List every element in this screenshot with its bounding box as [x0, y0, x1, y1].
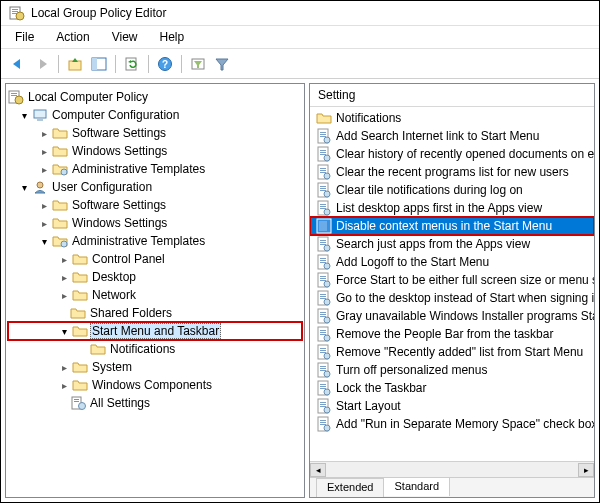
list-policy-item[interactable]: Add "Run in Separate Memory Space" check… [310, 415, 594, 433]
expander-icon[interactable]: ▸ [58, 271, 70, 283]
help-button[interactable]: ? [154, 53, 176, 75]
expander-icon[interactable]: ▾ [38, 235, 50, 247]
tree-at-wincomp[interactable]: ▸ Windows Components [8, 376, 302, 394]
list-policy-item[interactable]: Disable context menus in the Start Menu [310, 217, 594, 235]
list-folder-item[interactable]: Notifications [310, 109, 594, 127]
list-policy-item[interactable]: Clear tile notifications during log on [310, 181, 594, 199]
policy-setting-icon [316, 236, 332, 252]
tree-root[interactable]: Local Computer Policy [8, 88, 302, 106]
menu-file[interactable]: File [5, 28, 44, 46]
all-settings-icon [70, 395, 86, 411]
list-policy-item[interactable]: Clear the recent programs list for new u… [310, 163, 594, 181]
expander-icon[interactable]: ▾ [18, 109, 30, 121]
tree-label: Windows Components [90, 378, 214, 392]
window-title: Local Group Policy Editor [31, 6, 166, 20]
svg-rect-8 [126, 58, 136, 70]
show-tree-button[interactable] [88, 53, 110, 75]
scroll-right-icon[interactable]: ▸ [578, 463, 594, 477]
expander-icon[interactable]: ▾ [18, 181, 30, 193]
tree-cc-software[interactable]: ▸ Software Settings [8, 124, 302, 142]
up-level-button[interactable] [64, 53, 86, 75]
forward-button[interactable] [31, 53, 53, 75]
list-policy-item[interactable]: Turn off personalized menus [310, 361, 594, 379]
tree-at-desktop[interactable]: ▸ Desktop [8, 268, 302, 286]
expander-icon[interactable]: ▸ [38, 163, 50, 175]
tree-at-start-menu[interactable]: ▾ Start Menu and Taskbar [8, 322, 302, 340]
refresh-button[interactable] [121, 53, 143, 75]
list-policy-item[interactable]: Start Layout [310, 397, 594, 415]
expander-icon[interactable]: ▸ [58, 289, 70, 301]
tree-uc-windows[interactable]: ▸ Windows Settings [8, 214, 302, 232]
svg-rect-65 [320, 280, 326, 281]
svg-rect-22 [74, 399, 79, 400]
list-policy-item[interactable]: Lock the Taskbar [310, 379, 594, 397]
expander-icon[interactable]: ▸ [58, 379, 70, 391]
tree-user-config[interactable]: ▾ User Configuration [8, 178, 302, 196]
svg-rect-79 [320, 332, 326, 333]
tree-label: Shared Folders [88, 306, 174, 320]
menu-view[interactable]: View [102, 28, 148, 46]
policy-setting-icon [316, 398, 332, 414]
svg-rect-74 [320, 314, 326, 315]
folder-icon [52, 197, 68, 213]
scroll-left-icon[interactable]: ◂ [310, 463, 326, 477]
expander-icon[interactable]: ▸ [58, 253, 70, 265]
column-header-setting[interactable]: Setting [310, 84, 594, 107]
svg-rect-37 [320, 170, 326, 171]
filter-button[interactable] [211, 53, 233, 75]
tree-label: Software Settings [70, 126, 168, 140]
tree-label: System [90, 360, 134, 374]
list-policy-item[interactable]: Remove the People Bar from the taskbar [310, 325, 594, 343]
list-policy-item[interactable]: List desktop apps first in the Apps view [310, 199, 594, 217]
tree-at-shared[interactable]: Shared Folders [8, 304, 302, 322]
svg-point-18 [61, 169, 67, 175]
tree-at-system[interactable]: ▸ System [8, 358, 302, 376]
tab-extended[interactable]: Extended [316, 478, 384, 497]
tree-label: Windows Settings [70, 216, 169, 230]
tab-standard[interactable]: Standard [384, 477, 450, 496]
menu-help[interactable]: Help [150, 28, 195, 46]
back-button[interactable] [7, 53, 29, 75]
list-policy-item[interactable]: Search just apps from the Apps view [310, 235, 594, 253]
tree-computer-config[interactable]: ▾ Computer Configuration [8, 106, 302, 124]
list-policy-item[interactable]: Add Logoff to the Start Menu [310, 253, 594, 271]
tree-pane[interactable]: Local Computer Policy ▾ Computer Configu… [5, 83, 305, 498]
expander-icon[interactable]: ▸ [38, 145, 50, 157]
list-policy-item[interactable]: Force Start to be either full screen siz… [310, 271, 594, 289]
list-item-label: Lock the Taskbar [336, 381, 427, 395]
tree-cc-windows[interactable]: ▸ Windows Settings [8, 142, 302, 160]
expander-icon[interactable]: ▸ [38, 199, 50, 211]
tree-label: User Configuration [50, 180, 154, 194]
tree-uc-software[interactable]: ▸ Software Settings [8, 196, 302, 214]
tree-at-network[interactable]: ▸ Network [8, 286, 302, 304]
expander-icon[interactable]: ▸ [38, 127, 50, 139]
expander-icon[interactable]: ▾ [58, 325, 70, 337]
svg-rect-68 [320, 294, 326, 295]
list-policy-item[interactable]: Gray unavailable Windows Installer progr… [310, 307, 594, 325]
expander-icon[interactable]: ▸ [58, 361, 70, 373]
svg-point-20 [61, 241, 67, 247]
policy-setting-icon [316, 416, 332, 432]
list-policy-item[interactable]: Add Search Internet link to Start Menu [310, 127, 594, 145]
horizontal-scrollbar[interactable]: ◂ ▸ [310, 461, 594, 477]
list-policy-item[interactable]: Clear history of recently opened documen… [310, 145, 594, 163]
svg-rect-1 [12, 9, 18, 10]
policy-setting-icon [316, 272, 332, 288]
svg-rect-26 [320, 132, 326, 133]
tree-at-start-notifications[interactable]: Notifications [8, 340, 302, 358]
settings-list[interactable]: NotificationsAdd Search Internet link to… [310, 107, 594, 461]
tree-at-control-panel[interactable]: ▸ Control Panel [8, 250, 302, 268]
list-policy-item[interactable]: Remove "Recently added" list from Start … [310, 343, 594, 361]
filter-options-button[interactable] [187, 53, 209, 75]
tree-uc-admin[interactable]: ▾ Administrative Templates [8, 232, 302, 250]
menu-action[interactable]: Action [46, 28, 99, 46]
main-area: Local Computer Policy ▾ Computer Configu… [1, 79, 599, 502]
folder-icon [316, 110, 332, 126]
tree-cc-admin[interactable]: ▸ Administrative Templates [8, 160, 302, 178]
folder-icon [72, 251, 88, 267]
svg-rect-33 [320, 154, 326, 155]
tree-at-all[interactable]: All Settings [8, 394, 302, 412]
svg-rect-7 [92, 58, 97, 70]
list-policy-item[interactable]: Go to the desktop instead of Start when … [310, 289, 594, 307]
expander-icon[interactable]: ▸ [38, 217, 50, 229]
